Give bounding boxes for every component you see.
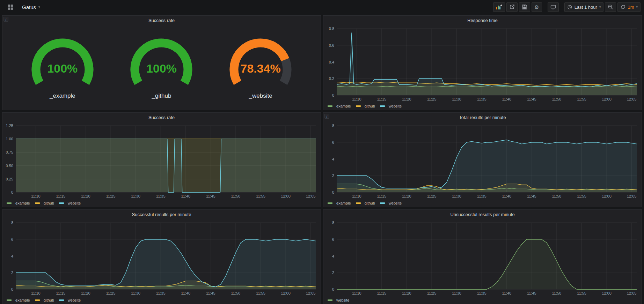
- zoom-out-button[interactable]: [605, 2, 616, 12]
- legend-item-_website[interactable]: _website: [328, 298, 349, 302]
- caret-down-icon: ▾: [38, 6, 40, 9]
- svg-text:11:15: 11:15: [56, 194, 65, 198]
- svg-text:12:00: 12:00: [602, 97, 612, 101]
- panel-total-results: i Total results per minute 0246811:1011:…: [323, 112, 642, 207]
- panel-header-total-results[interactable]: Total results per minute: [323, 113, 642, 122]
- svg-text:11:40: 11:40: [502, 97, 511, 101]
- legend-label: _website: [387, 104, 402, 108]
- legend-swatch: [35, 299, 40, 301]
- legend-label: _website: [66, 298, 81, 302]
- share-icon: [509, 4, 515, 10]
- legend-swatch: [328, 105, 332, 107]
- legend-item-_github[interactable]: _github: [35, 201, 54, 205]
- svg-text:2: 2: [332, 270, 334, 275]
- panel-info-icon[interactable]: i: [3, 17, 8, 22]
- legend-item-_example[interactable]: _example: [328, 201, 351, 205]
- svg-text:11:45: 11:45: [206, 194, 215, 198]
- svg-text:4: 4: [332, 254, 334, 258]
- panel-info-icon[interactable]: i: [324, 114, 329, 119]
- svg-text:0: 0: [11, 287, 13, 291]
- dashboard-title: Gatus: [22, 4, 36, 10]
- svg-text:8: 8: [11, 221, 13, 225]
- svg-text:11:20: 11:20: [81, 291, 90, 295]
- svg-text:11:55: 11:55: [577, 291, 586, 295]
- svg-text:0.25: 0.25: [6, 177, 13, 181]
- svg-text:0.4: 0.4: [329, 60, 334, 64]
- svg-text:11:25: 11:25: [427, 97, 437, 101]
- add-panel-button[interactable]: [493, 2, 505, 12]
- legend-swatch: [7, 299, 12, 301]
- legend-swatch: [380, 202, 385, 204]
- svg-text:11:20: 11:20: [402, 97, 411, 101]
- svg-text:6: 6: [332, 140, 334, 144]
- clock-icon: [567, 5, 572, 10]
- svg-text:11:15: 11:15: [56, 291, 65, 295]
- svg-text:0.2: 0.2: [329, 76, 334, 81]
- save-icon: [522, 4, 527, 10]
- legend-item-_example[interactable]: _example: [328, 104, 351, 108]
- legend-item-_example[interactable]: _example: [7, 298, 30, 302]
- panel-header-unsuccessful-results[interactable]: Unsuccessful results per minute: [323, 210, 642, 219]
- svg-text:11:40: 11:40: [181, 291, 190, 295]
- legend-item-_github[interactable]: _github: [356, 104, 375, 108]
- svg-text:11:10: 11:10: [352, 97, 361, 101]
- share-button[interactable]: [506, 2, 518, 12]
- legend-item-_website[interactable]: _website: [380, 201, 402, 205]
- legend-item-_github[interactable]: _github: [35, 298, 54, 302]
- svg-text:0.6: 0.6: [329, 43, 334, 47]
- svg-text:11:45: 11:45: [206, 291, 215, 295]
- settings-button[interactable]: ⚙: [532, 2, 542, 12]
- navbar: Gatus ▾ ⚙: [0, 0, 644, 14]
- panel-title: Successful results per minute: [132, 212, 191, 217]
- tv-mode-button[interactable]: [548, 2, 559, 12]
- add-panel-icon: [496, 4, 502, 10]
- panel-header-response-time[interactable]: Response time: [323, 16, 642, 25]
- svg-text:12:05: 12:05: [306, 291, 316, 295]
- response-time-chart[interactable]: 00.20.40.60.811:1011:1511:2011:2511:3011…: [323, 25, 642, 102]
- successful-results-legend: _example_github_website: [2, 296, 321, 304]
- legend-item-_website[interactable]: _website: [59, 201, 81, 205]
- legend-item-_website[interactable]: _website: [59, 298, 81, 302]
- time-range-button[interactable]: Last 1 hour ▾: [564, 2, 604, 12]
- panel-success-rate-gauges: i Success rate 100% _example 100% _githu…: [2, 15, 321, 110]
- panel-response-time: Response time 00.20.40.60.811:1011:1511:…: [323, 15, 642, 110]
- dashboard-title-picker[interactable]: Gatus ▾: [20, 3, 42, 12]
- legend-item-_website[interactable]: _website: [380, 104, 402, 108]
- legend-label: _website: [334, 298, 349, 302]
- gauge-label: _github: [152, 92, 171, 99]
- svg-text:12:05: 12:05: [306, 194, 316, 198]
- legend-swatch: [59, 202, 64, 204]
- unsuccessful-results-chart[interactable]: 0246811:1011:1511:2011:2511:3011:3511:40…: [323, 219, 642, 296]
- panel-header-successful-results[interactable]: Successful results per minute: [2, 210, 321, 219]
- svg-text:6: 6: [332, 237, 334, 242]
- svg-text:11:50: 11:50: [552, 97, 562, 101]
- svg-text:8: 8: [332, 124, 334, 128]
- settings-gear-icon: ⚙: [534, 5, 539, 10]
- successful-results-chart[interactable]: 0246811:1011:1511:2011:2511:3011:3511:40…: [2, 219, 321, 296]
- panel-header-success-rate-gauges[interactable]: Success rate: [2, 16, 321, 25]
- svg-text:11:50: 11:50: [231, 194, 241, 198]
- legend-swatch: [328, 299, 332, 301]
- panel-title: Response time: [467, 18, 498, 23]
- refresh-button[interactable]: 1m ▾: [617, 2, 641, 12]
- panel-header-success-rate-graph[interactable]: Success rate: [2, 113, 321, 122]
- total-results-legend: _example_github_website: [323, 199, 642, 207]
- svg-text:11:25: 11:25: [106, 194, 116, 198]
- svg-text:11:55: 11:55: [256, 291, 265, 295]
- legend-item-_example[interactable]: _example: [7, 201, 30, 205]
- svg-text:12:00: 12:00: [602, 291, 612, 295]
- panel-title: Unsuccessful results per minute: [450, 212, 514, 217]
- svg-text:11:55: 11:55: [577, 194, 586, 198]
- success-rate-chart[interactable]: 00.250.500.751.001.2511:1011:1511:2011:2…: [2, 122, 321, 199]
- svg-text:0.75: 0.75: [6, 150, 13, 154]
- svg-text:11:15: 11:15: [377, 194, 386, 198]
- svg-text:6: 6: [11, 237, 13, 242]
- svg-text:11:15: 11:15: [377, 97, 386, 101]
- legend-item-_github[interactable]: _github: [356, 201, 375, 205]
- gauge-example: 100% _example: [22, 36, 103, 99]
- save-button[interactable]: [519, 2, 530, 12]
- dashboard-grid-button[interactable]: [5, 2, 16, 12]
- svg-text:11:10: 11:10: [352, 291, 361, 295]
- total-results-chart[interactable]: 0246811:1011:1511:2011:2511:3011:3511:40…: [323, 122, 642, 199]
- gauge-value: 78.34%: [220, 62, 301, 75]
